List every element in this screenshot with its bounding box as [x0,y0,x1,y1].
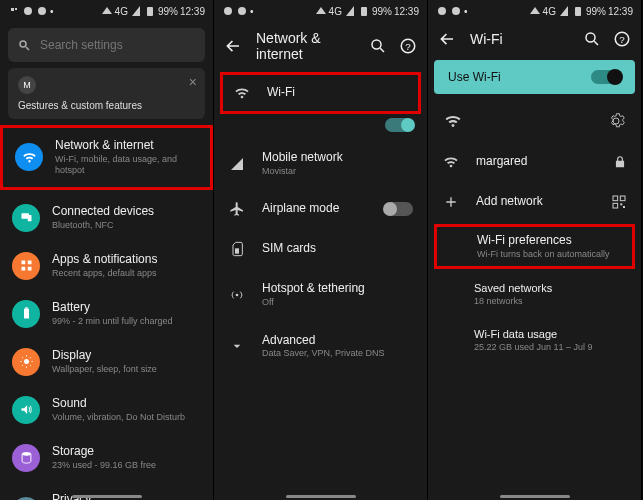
page-title: Network & internet [256,30,355,62]
svg-rect-8 [27,261,31,265]
help-icon[interactable]: ? [399,37,417,55]
nav-handle[interactable] [286,495,356,498]
svg-point-3 [20,41,26,47]
svg-rect-12 [25,308,28,309]
svg-line-19 [380,48,384,52]
svg-point-15 [224,7,232,15]
svg-rect-31 [613,196,618,201]
panel-header: Wi-Fi ? [428,22,641,56]
sim-icon [228,241,246,257]
svg-point-1 [38,7,46,15]
svg-rect-32 [620,196,625,201]
nav-handle[interactable] [500,495,570,498]
devices-icon [12,204,40,232]
svg-point-0 [24,7,32,15]
wifi-toggle[interactable] [385,118,413,132]
airplane-icon [228,201,246,217]
item-battery[interactable]: Battery99% - 2 min until fully charged [0,290,213,338]
item-display[interactable]: DisplayWallpaper, sleep, font size [0,338,213,386]
add-network-row[interactable]: Add network [428,182,641,222]
item-sound[interactable]: SoundVolume, vibration, Do Not Disturb [0,386,213,434]
svg-rect-35 [623,206,625,208]
use-wifi-toggle[interactable]: Use Wi-Fi [434,60,635,94]
svg-rect-11 [24,309,29,319]
item-storage[interactable]: Storage23% used - 99.16 GB free [0,434,213,482]
wifi-network-row[interactable]: margared [428,142,641,182]
moto-logo: M [18,76,36,94]
storage-icon [12,444,40,472]
item-network-internet[interactable]: Network & internetWi-Fi, mobile, data us… [0,125,213,190]
row-mobile-network[interactable]: Mobile networkMovistar [214,138,427,189]
svg-point-24 [438,7,446,15]
wifi-icon [442,154,460,170]
saved-networks[interactable]: Saved networks 18 networks [428,271,641,317]
settings-panel: • 4G 99% 12:39 × M Gestures & custom fea… [0,0,214,500]
svg-rect-6 [27,215,31,221]
qr-icon[interactable] [611,194,627,210]
page-title: Wi-Fi [470,31,569,47]
gear-icon[interactable] [607,112,625,130]
wifi-panel: • 4G99%12:39 Wi-Fi ? Use Wi-Fi margared … [428,0,642,500]
moto-tile[interactable]: × M Gestures & custom features [8,68,205,119]
svg-line-4 [26,47,29,50]
item-apps-notifications[interactable]: Apps & notificationsRecent apps, default… [0,242,213,290]
network-panel: • 4G99%12:39 Network & internet ? Wi-Fi … [214,0,428,500]
svg-point-16 [238,7,246,15]
search-icon[interactable] [583,30,601,48]
apps-icon [12,252,40,280]
wifi-connected-row[interactable] [428,100,641,142]
svg-point-23 [236,294,239,297]
sound-icon [12,396,40,424]
lock-icon [613,155,627,169]
battery-label: 99% [158,6,178,17]
svg-point-27 [586,33,595,42]
search-input[interactable] [40,38,195,52]
status-bar: • 4G99%12:39 [214,0,427,22]
row-airplane-mode[interactable]: Airplane mode [214,189,427,229]
svg-rect-9 [21,267,25,271]
svg-rect-22 [235,249,239,254]
svg-rect-33 [613,203,618,208]
row-wifi[interactable]: Wi-Fi [220,72,421,114]
wifi-data-usage[interactable]: Wi-Fi data usage 25.22 GB used Jun 11 – … [428,317,641,363]
svg-text:?: ? [619,34,625,45]
hotspot-icon [228,287,246,303]
back-icon[interactable] [438,30,456,48]
svg-rect-34 [620,203,622,205]
item-connected-devices[interactable]: Connected devicesBluetooth, NFC [0,194,213,242]
moto-text: Gestures & custom features [18,100,195,111]
row-advanced[interactable]: AdvancedData Saver, VPN, Private DNS [214,321,427,372]
row-hotspot[interactable]: Hotspot & tetheringOff [214,269,427,320]
airplane-toggle[interactable] [385,202,413,216]
search-settings[interactable] [8,28,205,62]
svg-point-14 [22,452,31,456]
svg-text:?: ? [405,41,411,52]
search-icon[interactable] [369,37,387,55]
switch-icon [591,70,621,84]
svg-point-13 [24,359,29,364]
svg-rect-2 [147,7,153,16]
display-icon [12,348,40,376]
wifi-icon [15,143,43,171]
wifi-preferences[interactable]: Wi-Fi preferences Wi-Fi turns back on au… [434,224,635,269]
svg-point-25 [452,7,460,15]
help-icon[interactable]: ? [613,30,631,48]
svg-point-18 [372,40,381,49]
svg-line-28 [594,41,598,45]
panel-header: Network & internet ? [214,22,427,70]
svg-rect-17 [361,7,367,16]
expand-icon [228,338,246,354]
time-label: 12:39 [180,6,205,17]
status-bar: • 4G 99% 12:39 [0,0,213,22]
status-bar: • 4G99%12:39 [428,0,641,22]
row-sim-cards[interactable]: SIM cards [214,229,427,269]
close-icon[interactable]: × [189,74,197,90]
signal-label: 4G [115,6,128,17]
wifi-icon [444,112,462,130]
battery-icon [12,300,40,328]
plus-icon [442,194,460,210]
search-icon [18,39,30,51]
nav-handle[interactable] [72,495,142,498]
back-icon[interactable] [224,37,242,55]
svg-rect-10 [27,267,31,271]
